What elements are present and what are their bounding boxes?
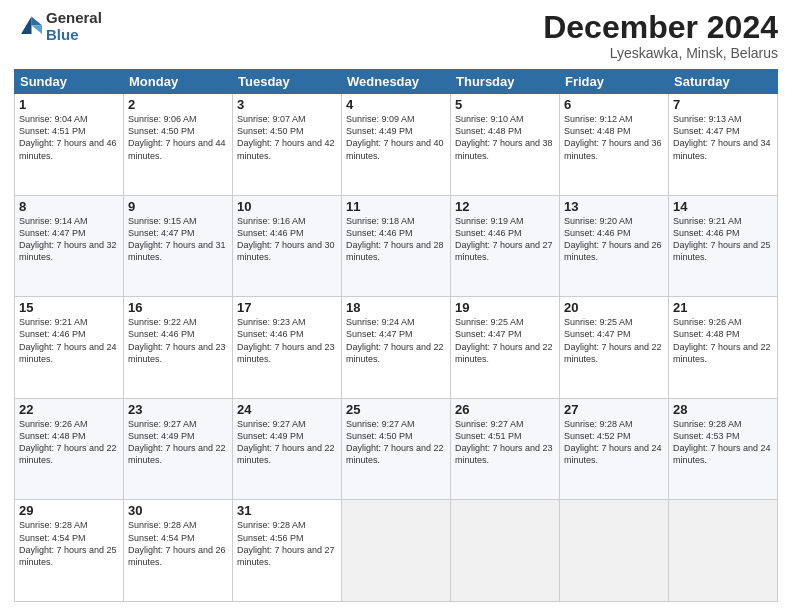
table-row: [560, 500, 669, 602]
table-row: 20Sunrise: 9:25 AMSunset: 4:47 PMDayligh…: [560, 297, 669, 399]
table-row: [451, 500, 560, 602]
day-number: 10: [237, 199, 337, 214]
cell-info: Sunrise: 9:09 AMSunset: 4:49 PMDaylight:…: [346, 114, 444, 160]
table-row: 31Sunrise: 9:28 AMSunset: 4:56 PMDayligh…: [233, 500, 342, 602]
cell-info: Sunrise: 9:25 AMSunset: 4:47 PMDaylight:…: [455, 317, 553, 363]
table-row: 21Sunrise: 9:26 AMSunset: 4:48 PMDayligh…: [669, 297, 778, 399]
day-number: 16: [128, 300, 228, 315]
day-number: 28: [673, 402, 773, 417]
cell-info: Sunrise: 9:27 AMSunset: 4:50 PMDaylight:…: [346, 419, 444, 465]
cell-info: Sunrise: 9:28 AMSunset: 4:54 PMDaylight:…: [128, 520, 226, 566]
day-number: 25: [346, 402, 446, 417]
cell-info: Sunrise: 9:14 AMSunset: 4:47 PMDaylight:…: [19, 216, 117, 262]
cell-info: Sunrise: 9:24 AMSunset: 4:47 PMDaylight:…: [346, 317, 444, 363]
svg-marker-1: [32, 25, 43, 34]
table-row: 7Sunrise: 9:13 AMSunset: 4:47 PMDaylight…: [669, 94, 778, 196]
day-number: 11: [346, 199, 446, 214]
table-row: 2Sunrise: 9:06 AMSunset: 4:50 PMDaylight…: [124, 94, 233, 196]
days-header-row: Sunday Monday Tuesday Wednesday Thursday…: [15, 70, 778, 94]
table-row: 5Sunrise: 9:10 AMSunset: 4:48 PMDaylight…: [451, 94, 560, 196]
cell-info: Sunrise: 9:23 AMSunset: 4:46 PMDaylight:…: [237, 317, 335, 363]
cell-info: Sunrise: 9:28 AMSunset: 4:56 PMDaylight:…: [237, 520, 335, 566]
table-row: 18Sunrise: 9:24 AMSunset: 4:47 PMDayligh…: [342, 297, 451, 399]
calendar-row: 1Sunrise: 9:04 AMSunset: 4:51 PMDaylight…: [15, 94, 778, 196]
page: General Blue December 2024 Lyeskawka, Mi…: [0, 0, 792, 612]
day-number: 8: [19, 199, 119, 214]
cell-info: Sunrise: 9:21 AMSunset: 4:46 PMDaylight:…: [19, 317, 117, 363]
cell-info: Sunrise: 9:12 AMSunset: 4:48 PMDaylight:…: [564, 114, 662, 160]
calendar-row: 15Sunrise: 9:21 AMSunset: 4:46 PMDayligh…: [15, 297, 778, 399]
header-monday: Monday: [124, 70, 233, 94]
calendar-row: 22Sunrise: 9:26 AMSunset: 4:48 PMDayligh…: [15, 398, 778, 500]
table-row: 22Sunrise: 9:26 AMSunset: 4:48 PMDayligh…: [15, 398, 124, 500]
logo-general: General: [46, 10, 102, 27]
day-number: 21: [673, 300, 773, 315]
cell-info: Sunrise: 9:19 AMSunset: 4:46 PMDaylight:…: [455, 216, 553, 262]
day-number: 31: [237, 503, 337, 518]
day-number: 4: [346, 97, 446, 112]
day-number: 6: [564, 97, 664, 112]
table-row: 28Sunrise: 9:28 AMSunset: 4:53 PMDayligh…: [669, 398, 778, 500]
cell-info: Sunrise: 9:18 AMSunset: 4:46 PMDaylight:…: [346, 216, 444, 262]
table-row: 3Sunrise: 9:07 AMSunset: 4:50 PMDaylight…: [233, 94, 342, 196]
calendar-table: Sunday Monday Tuesday Wednesday Thursday…: [14, 69, 778, 602]
table-row: 15Sunrise: 9:21 AMSunset: 4:46 PMDayligh…: [15, 297, 124, 399]
calendar-row: 29Sunrise: 9:28 AMSunset: 4:54 PMDayligh…: [15, 500, 778, 602]
header-saturday: Saturday: [669, 70, 778, 94]
day-number: 13: [564, 199, 664, 214]
table-row: [342, 500, 451, 602]
cell-info: Sunrise: 9:20 AMSunset: 4:46 PMDaylight:…: [564, 216, 662, 262]
header-sunday: Sunday: [15, 70, 124, 94]
svg-marker-0: [32, 16, 43, 25]
table-row: 11Sunrise: 9:18 AMSunset: 4:46 PMDayligh…: [342, 195, 451, 297]
table-row: 26Sunrise: 9:27 AMSunset: 4:51 PMDayligh…: [451, 398, 560, 500]
logo-blue: Blue: [46, 27, 102, 44]
header-thursday: Thursday: [451, 70, 560, 94]
table-row: 1Sunrise: 9:04 AMSunset: 4:51 PMDaylight…: [15, 94, 124, 196]
day-number: 27: [564, 402, 664, 417]
cell-info: Sunrise: 9:27 AMSunset: 4:49 PMDaylight:…: [128, 419, 226, 465]
table-row: 23Sunrise: 9:27 AMSunset: 4:49 PMDayligh…: [124, 398, 233, 500]
header-tuesday: Tuesday: [233, 70, 342, 94]
day-number: 14: [673, 199, 773, 214]
logo: General Blue: [14, 10, 102, 43]
month-title: December 2024: [543, 10, 778, 45]
cell-info: Sunrise: 9:26 AMSunset: 4:48 PMDaylight:…: [673, 317, 771, 363]
table-row: 19Sunrise: 9:25 AMSunset: 4:47 PMDayligh…: [451, 297, 560, 399]
day-number: 18: [346, 300, 446, 315]
day-number: 23: [128, 402, 228, 417]
table-row: 24Sunrise: 9:27 AMSunset: 4:49 PMDayligh…: [233, 398, 342, 500]
day-number: 22: [19, 402, 119, 417]
table-row: 25Sunrise: 9:27 AMSunset: 4:50 PMDayligh…: [342, 398, 451, 500]
day-number: 2: [128, 97, 228, 112]
table-row: 29Sunrise: 9:28 AMSunset: 4:54 PMDayligh…: [15, 500, 124, 602]
logo-icon: [14, 13, 42, 41]
day-number: 26: [455, 402, 555, 417]
cell-info: Sunrise: 9:28 AMSunset: 4:54 PMDaylight:…: [19, 520, 117, 566]
table-row: 16Sunrise: 9:22 AMSunset: 4:46 PMDayligh…: [124, 297, 233, 399]
cell-info: Sunrise: 9:04 AMSunset: 4:51 PMDaylight:…: [19, 114, 117, 160]
header: General Blue December 2024 Lyeskawka, Mi…: [14, 10, 778, 61]
table-row: 9Sunrise: 9:15 AMSunset: 4:47 PMDaylight…: [124, 195, 233, 297]
title-block: December 2024 Lyeskawka, Minsk, Belarus: [543, 10, 778, 61]
day-number: 5: [455, 97, 555, 112]
day-number: 15: [19, 300, 119, 315]
svg-marker-2: [21, 16, 32, 34]
table-row: 17Sunrise: 9:23 AMSunset: 4:46 PMDayligh…: [233, 297, 342, 399]
day-number: 20: [564, 300, 664, 315]
cell-info: Sunrise: 9:16 AMSunset: 4:46 PMDaylight:…: [237, 216, 335, 262]
day-number: 19: [455, 300, 555, 315]
day-number: 29: [19, 503, 119, 518]
cell-info: Sunrise: 9:25 AMSunset: 4:47 PMDaylight:…: [564, 317, 662, 363]
day-number: 1: [19, 97, 119, 112]
day-number: 7: [673, 97, 773, 112]
table-row: 6Sunrise: 9:12 AMSunset: 4:48 PMDaylight…: [560, 94, 669, 196]
cell-info: Sunrise: 9:22 AMSunset: 4:46 PMDaylight:…: [128, 317, 226, 363]
cell-info: Sunrise: 9:28 AMSunset: 4:53 PMDaylight:…: [673, 419, 771, 465]
cell-info: Sunrise: 9:28 AMSunset: 4:52 PMDaylight:…: [564, 419, 662, 465]
table-row: [669, 500, 778, 602]
table-row: 4Sunrise: 9:09 AMSunset: 4:49 PMDaylight…: [342, 94, 451, 196]
table-row: 10Sunrise: 9:16 AMSunset: 4:46 PMDayligh…: [233, 195, 342, 297]
day-number: 17: [237, 300, 337, 315]
header-friday: Friday: [560, 70, 669, 94]
